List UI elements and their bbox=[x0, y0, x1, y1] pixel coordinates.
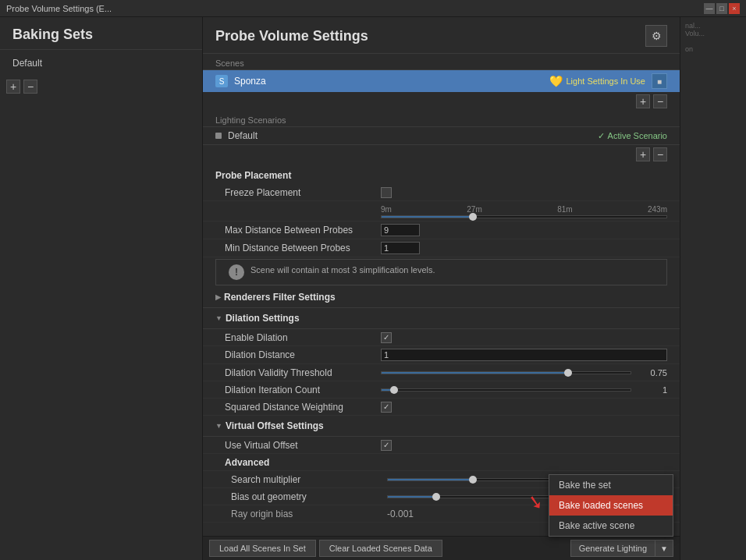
generate-lighting-split: Generate Lighting ▼ bbox=[570, 540, 673, 557]
dilation-iteration-value: 1 bbox=[381, 385, 667, 395]
use-virtual-offset-checkbox[interactable] bbox=[381, 440, 392, 451]
dilation-validity-val: 0.75 bbox=[636, 368, 667, 377]
dilation-settings-label: Dilation Settings bbox=[226, 313, 300, 324]
scenes-remove-btn[interactable]: − bbox=[653, 94, 667, 108]
dilation-iteration-row: Dilation Iteration Count 1 bbox=[203, 381, 680, 399]
content-body: Scenes S Sponza 💛 Light Settings In Use … bbox=[203, 54, 680, 536]
warning-text: Scene will contain at most 3 simplificat… bbox=[250, 264, 435, 276]
settings-icon[interactable]: ⚙ bbox=[645, 25, 667, 47]
marker-243m: 243m bbox=[648, 205, 667, 214]
close-btn[interactable]: × bbox=[729, 3, 740, 14]
marker-9m: 9m bbox=[381, 205, 392, 214]
freeze-placement-row: Freeze Placement bbox=[203, 184, 680, 201]
dilation-iteration-label: Dilation Iteration Count bbox=[225, 385, 381, 395]
bake-set-item[interactable]: Bake the set bbox=[549, 475, 673, 495]
ray-origin-label: Ray origin bias bbox=[231, 509, 387, 519]
content-header: Probe Volume Settings ⚙ bbox=[203, 17, 680, 54]
freeze-value bbox=[381, 187, 667, 198]
sidebar-remove-btn[interactable]: − bbox=[23, 80, 37, 94]
title-bar-buttons: — □ × bbox=[704, 3, 740, 14]
scenes-section-label: Scenes bbox=[203, 54, 680, 70]
search-multiplier-fill bbox=[388, 479, 473, 480]
dilation-validity-value: 0.75 bbox=[381, 368, 667, 377]
scenes-add-btn[interactable]: + bbox=[636, 94, 650, 108]
scenarios-add-btn[interactable]: + bbox=[636, 147, 650, 161]
marker-81m: 81m bbox=[557, 205, 572, 214]
load-all-scenes-btn[interactable]: Load All Scenes In Set bbox=[209, 540, 316, 557]
use-virtual-offset-row: Use Virtual Offset bbox=[203, 437, 680, 454]
distance-slider-fill bbox=[382, 216, 473, 218]
max-distance-value bbox=[381, 224, 667, 236]
enable-dilation-label: Enable Dilation bbox=[225, 332, 381, 343]
sidebar: Baking Sets Default + − bbox=[0, 17, 203, 560]
clear-loaded-btn[interactable]: Clear Loaded Scenes Data bbox=[319, 540, 442, 557]
enable-dilation-value bbox=[381, 332, 667, 343]
content-panel: Probe Volume Settings ⚙ Scenes S Sponza … bbox=[203, 17, 680, 560]
sidebar-title: Baking Sets bbox=[0, 17, 202, 50]
dilation-settings-header[interactable]: Dilation Settings bbox=[203, 308, 680, 329]
scenario-name: Default bbox=[228, 130, 591, 141]
main-layout: Baking Sets Default + − Probe Volume Set… bbox=[0, 17, 746, 560]
max-distance-label: Max Distance Between Probes bbox=[225, 225, 381, 236]
dilation-iteration-thumb[interactable] bbox=[390, 386, 398, 394]
bake-loaded-item[interactable]: Bake loaded scenes bbox=[549, 495, 673, 516]
sidebar-add-btn[interactable]: + bbox=[6, 80, 20, 94]
renderers-filter-label: Renderers Filter Settings bbox=[224, 292, 336, 303]
max-distance-input[interactable] bbox=[381, 224, 420, 236]
lighting-scenarios-label: Lighting Scenarios bbox=[203, 111, 680, 127]
bake-active-item[interactable]: Bake active scene bbox=[549, 516, 673, 536]
warning-box: ! Scene will contain at most 3 simplific… bbox=[215, 259, 667, 285]
light-icon: 💛 bbox=[549, 75, 563, 87]
active-scenario-label: Active Scenario bbox=[608, 131, 667, 140]
right-panel: nal...Volu...on bbox=[680, 17, 746, 560]
bias-out-label: Bias out geometry bbox=[231, 491, 387, 502]
distance-slider-row: 9m 27m 81m 243m bbox=[203, 201, 680, 222]
bias-out-thumb[interactable] bbox=[432, 493, 440, 501]
squared-distance-row: Squared Distance Weighting bbox=[203, 399, 680, 416]
dilation-distance-label: Dilation Distance bbox=[225, 349, 381, 360]
dilation-iteration-track[interactable] bbox=[381, 388, 631, 392]
scene-icon: S bbox=[215, 75, 228, 87]
scene-end-icon[interactable]: ■ bbox=[652, 73, 667, 89]
squared-distance-checkbox[interactable] bbox=[381, 402, 392, 413]
light-settings-label: Light Settings In Use bbox=[566, 76, 645, 86]
right-panel-text: nal...Volu...on bbox=[684, 20, 743, 55]
scene-row[interactable]: S Sponza 💛 Light Settings In Use ■ bbox=[203, 70, 680, 92]
dilation-distance-value bbox=[381, 349, 667, 361]
bottom-toolbar: Load All Scenes In Set Clear Loaded Scen… bbox=[203, 536, 680, 560]
dilation-distance-input[interactable] bbox=[381, 349, 667, 361]
distance-slider-thumb[interactable] bbox=[469, 213, 477, 221]
sidebar-item-default[interactable]: Default bbox=[6, 53, 196, 73]
content-title: Probe Volume Settings bbox=[215, 28, 368, 44]
ray-origin-val: -0.001 bbox=[387, 509, 414, 519]
generate-lighting-btn[interactable]: Generate Lighting bbox=[570, 540, 655, 557]
maximize-btn[interactable]: □ bbox=[716, 3, 727, 14]
dilation-iteration-val: 1 bbox=[636, 385, 667, 395]
generate-lighting-dropdown-arrow[interactable]: ▼ bbox=[655, 540, 673, 557]
freeze-label: Freeze Placement bbox=[225, 187, 381, 198]
distance-slider-track[interactable] bbox=[381, 215, 667, 218]
distance-markers: 9m 27m 81m 243m bbox=[381, 205, 667, 214]
distance-slider-value: 9m 27m 81m 243m bbox=[381, 204, 667, 218]
search-multiplier-label: Search multiplier bbox=[231, 474, 387, 485]
min-distance-label: Min Distance Between Probes bbox=[225, 243, 381, 253]
dilation-validity-thumb[interactable] bbox=[564, 369, 572, 377]
bias-out-fill bbox=[388, 496, 436, 498]
use-virtual-offset-value bbox=[381, 440, 667, 451]
generate-dropdown-menu: Bake the set Bake loaded scenes Bake act… bbox=[549, 474, 673, 537]
min-distance-input[interactable] bbox=[381, 242, 420, 254]
minimize-btn[interactable]: — bbox=[704, 3, 715, 14]
active-scenario: ✓ Active Scenario bbox=[598, 131, 667, 141]
advanced-label: Advanced bbox=[225, 457, 381, 468]
enable-dilation-checkbox[interactable] bbox=[381, 332, 392, 343]
renderers-filter-header[interactable]: Renderers Filter Settings bbox=[203, 287, 680, 308]
scenario-row[interactable]: Default ✓ Active Scenario bbox=[203, 127, 680, 145]
scene-name: Sponza bbox=[234, 76, 543, 87]
search-multiplier-thumb[interactable] bbox=[469, 476, 477, 484]
scenes-add-remove: + − bbox=[203, 92, 680, 111]
freeze-checkbox[interactable] bbox=[381, 187, 392, 198]
scenarios-remove-btn[interactable]: − bbox=[653, 147, 667, 161]
dilation-validity-track[interactable] bbox=[381, 371, 631, 374]
virtual-offset-header[interactable]: Virtual Offset Settings bbox=[203, 416, 680, 437]
dilation-validity-label: Dilation Validity Threshold bbox=[225, 367, 381, 378]
